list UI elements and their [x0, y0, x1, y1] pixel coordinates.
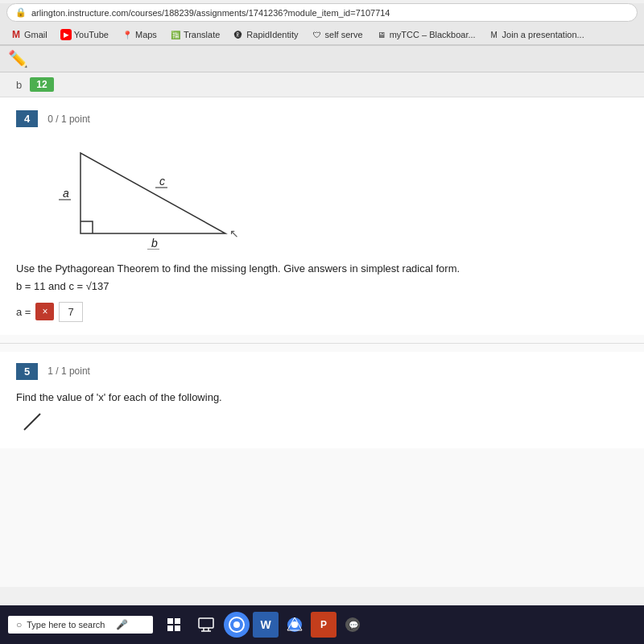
taskbar-misc-icon[interactable]: 💬: [340, 612, 365, 638]
address-text: arlington.instructure.com/courses/188239…: [31, 8, 390, 18]
bookmark-translate[interactable]: 🈯 Translate: [166, 27, 224, 42]
toolbar-strip: ✏️: [0, 46, 644, 72]
bookmark-maps-label: Maps: [135, 30, 157, 39]
translate-icon: 🈯: [170, 29, 181, 40]
triangle-diagram: a b c ↖: [32, 137, 612, 250]
question-5-text: Find the value of 'x' for each of the fo…: [16, 390, 628, 406]
rapididentity-icon: 🅡: [233, 29, 244, 40]
q5-arrow-svg: [16, 410, 48, 434]
youtube-icon: ▶: [60, 29, 72, 40]
svg-rect-9: [175, 618, 180, 624]
prev-question-number: b: [16, 79, 22, 91]
address-bar[interactable]: 🔒 arlington.instructure.com/courses/1882…: [6, 3, 638, 22]
taskbar-word-icon[interactable]: W: [253, 612, 279, 638]
bookmark-join-label: Join a presentation...: [502, 30, 584, 39]
bookmark-rapididentity-label: RapidIdentity: [246, 30, 298, 39]
microphone-icon: 🎤: [116, 619, 128, 630]
taskbar-chrome2-icon[interactable]: [282, 612, 308, 638]
lock-icon: 🔒: [15, 7, 27, 18]
svg-text:💬: 💬: [349, 620, 359, 630]
bookmarks-bar: M Gmail ▶ YouTube 📍 Maps 🈯 Translate 🅡 R…: [0, 25, 644, 45]
svg-rect-8: [167, 618, 173, 624]
gmail-icon: M: [10, 29, 22, 40]
bookmark-rapididentity[interactable]: 🅡 RapidIdentity: [229, 27, 302, 42]
search-circle-icon: ○: [16, 619, 22, 630]
svg-text:c: c: [159, 175, 165, 188]
question-5-header: 5 1 / 1 point: [16, 363, 628, 380]
taskbar-desktop-icon[interactable]: [192, 610, 221, 639]
browser-chrome: 🔒 arlington.instructure.com/courses/1882…: [0, 3, 644, 46]
question-5-diagram-placeholder: [16, 410, 628, 437]
svg-text:a: a: [63, 187, 69, 200]
svg-rect-11: [175, 625, 180, 631]
question-4-text: Use the Pythagorean Theorem to find the …: [16, 261, 628, 277]
question-5-points: 1 / 1 point: [47, 365, 90, 377]
question-4-header: 4 0 / 1 point: [16, 110, 628, 127]
question-4-points: 0 / 1 point: [47, 114, 90, 125]
bookmark-maps[interactable]: 📍 Maps: [118, 27, 161, 42]
bookmark-gmail[interactable]: M Gmail: [6, 27, 52, 42]
taskbar: ○ Type here to search 🎤 W: [0, 605, 644, 644]
question-4-given: b = 11 and c = √137: [16, 280, 628, 292]
answer-row: a = × 7: [16, 302, 628, 322]
page-content: ✏️ b 12 4 0 / 1 point a b: [0, 46, 644, 587]
search-bar-text: Type here to search: [27, 620, 105, 630]
bookmark-youtube[interactable]: ▶ YouTube: [56, 27, 113, 42]
bookmark-selfserve[interactable]: 🛡 self serve: [308, 27, 367, 42]
triangle-svg: a b c ↖: [32, 137, 274, 250]
svg-text:b: b: [151, 237, 158, 250]
bookmark-translate-label: Translate: [184, 30, 220, 39]
bookmark-mytcc[interactable]: 🖥 myTCC – Blackboar...: [372, 27, 480, 42]
svg-rect-12: [199, 618, 213, 628]
selfserve-icon: 🛡: [312, 29, 323, 40]
answer-value: 7: [59, 302, 83, 322]
question-5-number: 5: [16, 363, 38, 380]
prev-question-strip: b 12: [0, 72, 644, 97]
question-4-block: 4 0 / 1 point a b c ↖: [0, 97, 644, 335]
correct-answer-box: 12: [30, 77, 53, 92]
svg-point-19: [291, 621, 298, 628]
svg-rect-10: [167, 625, 173, 631]
question-divider: [0, 343, 644, 344]
maps-icon: 📍: [122, 29, 133, 40]
question-4-number: 4: [16, 110, 38, 127]
wrong-badge: ×: [35, 303, 54, 320]
bookmark-join[interactable]: M Join a presentation...: [485, 27, 588, 42]
search-bar[interactable]: ○ Type here to search 🎤: [8, 616, 153, 634]
pencil-icon: ✏️: [8, 49, 28, 68]
svg-marker-0: [80, 153, 225, 233]
taskbar-chrome-icon[interactable]: [224, 612, 250, 638]
bookmark-selfserve-label: self serve: [325, 30, 363, 39]
answer-label: a =: [16, 306, 31, 318]
svg-point-17: [233, 621, 240, 628]
mytcc-icon: 🖥: [376, 29, 387, 40]
taskbar-grid-icon[interactable]: [159, 610, 188, 639]
bookmark-gmail-label: Gmail: [24, 30, 47, 39]
bookmark-mytcc-label: myTCC – Blackboar...: [390, 30, 476, 39]
question-5-block: 5 1 / 1 point Find the value of 'x' for …: [0, 352, 644, 449]
taskbar-ppt-icon[interactable]: P: [311, 612, 336, 638]
bookmark-youtube-label: YouTube: [74, 30, 109, 39]
svg-text:↖: ↖: [229, 227, 239, 240]
join-icon: M: [489, 29, 500, 40]
